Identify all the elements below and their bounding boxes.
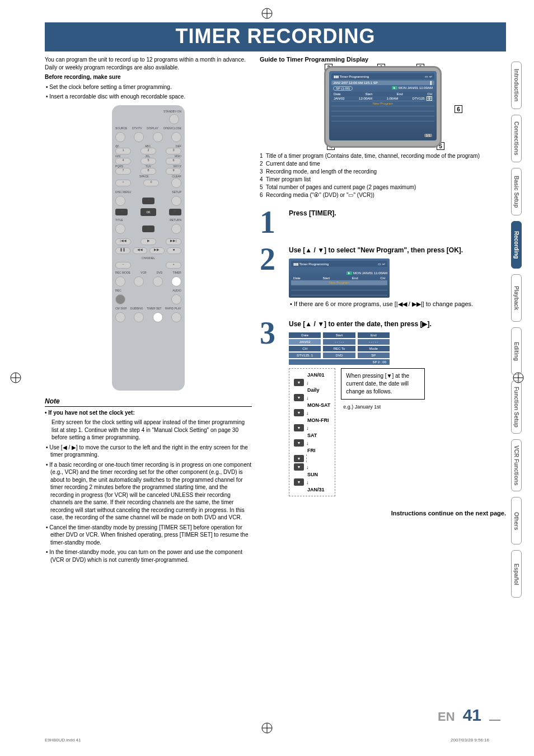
tab-introduction[interactable]: Introduction bbox=[511, 62, 522, 109]
tab-playback[interactable]: Playback bbox=[511, 274, 522, 322]
remote-illustration: STANDBY-ON SOURCE DTV/TV DISPLAY OPEN/CL… bbox=[112, 105, 185, 391]
down-icon: ▼ bbox=[294, 455, 304, 462]
crop-mark-top bbox=[261, 8, 273, 19]
footer-line bbox=[489, 720, 500, 721]
date-daily: Daily bbox=[307, 387, 330, 393]
intro-text: You can program the unit to record up to… bbox=[45, 56, 252, 71]
pause-icon: ❚❚ bbox=[115, 247, 130, 254]
tv-newprog: New Program bbox=[331, 101, 434, 106]
guide-heading: Guide to Timer Programming Display bbox=[260, 56, 506, 63]
rl-timer: TIMER bbox=[172, 271, 181, 274]
rb-openclose bbox=[171, 132, 181, 142]
tv-r-date: JAN/02 bbox=[334, 97, 345, 100]
tab-connections[interactable]: Connections bbox=[511, 115, 522, 162]
down-icon: ▼ bbox=[294, 409, 304, 416]
date-monsat: MON-SAT bbox=[307, 402, 330, 408]
press-eg: e.g.) January 1st bbox=[341, 404, 425, 410]
date-monfri: MON-FRI bbox=[307, 417, 330, 423]
footer-lang: EN bbox=[438, 710, 455, 724]
key-3: 3 bbox=[166, 148, 181, 154]
tab-editing[interactable]: Editing bbox=[511, 327, 522, 375]
legend-2: 2 Current date and time bbox=[260, 160, 506, 168]
down-icon: ▼ bbox=[294, 424, 304, 431]
rl-title: TITLE bbox=[115, 218, 123, 222]
stop-icon: ■ bbox=[167, 247, 182, 254]
ff-icon: ▶▶ bbox=[149, 247, 165, 254]
rew-icon: ◀◀ bbox=[133, 247, 148, 254]
rl-audio: AUDIO bbox=[172, 289, 181, 292]
legend-1: 1 Title of a timer program (Contains dat… bbox=[260, 152, 506, 160]
legend-3: 3 Recording mode, and length of the reco… bbox=[260, 168, 506, 176]
rb-display bbox=[153, 132, 163, 142]
page-footer: EN 41 bbox=[438, 706, 500, 725]
step-2-display: ▮▮▮ Timer Programming▭ ↩ ⏵ MON JAN/01 11… bbox=[289, 259, 390, 298]
rl-disc: DISC MENU bbox=[115, 190, 131, 194]
file-footer-right: 2007/03/28 9:56:16 bbox=[451, 738, 489, 743]
arrow-down-icon: ▼ bbox=[142, 226, 154, 232]
key-9: 9 bbox=[166, 168, 181, 175]
note-bold-line: • If you have not set the clock yet: bbox=[45, 409, 252, 417]
press-explanation-box: When pressing [▼] at the current date, t… bbox=[341, 368, 425, 400]
step-3-table: Date Start End JAN/02 - - : - - - - : - … bbox=[289, 332, 390, 365]
tab-espanol[interactable]: Español bbox=[511, 550, 522, 598]
play-icon: ▶ bbox=[140, 238, 156, 245]
rb-disc bbox=[115, 196, 125, 206]
rb-audio bbox=[171, 294, 181, 304]
rl-recmode: REC MODE bbox=[115, 271, 130, 274]
key-8: 8 bbox=[140, 168, 156, 175]
rb-rec bbox=[115, 294, 125, 304]
tab-basic-setup[interactable]: Basic Setup bbox=[511, 168, 522, 215]
key-6: 6 bbox=[166, 158, 181, 165]
remote-standby-label: STANDBY-ON bbox=[163, 110, 181, 113]
note-item-2: If a basic recording or one-touch timer … bbox=[45, 461, 252, 522]
tv-clock: MON JAN/01 11:00AM bbox=[399, 86, 433, 90]
key-clear bbox=[171, 178, 181, 188]
rl-source: SOURCE bbox=[115, 126, 127, 130]
ok-button-icon: OK bbox=[140, 208, 156, 216]
tv-r-start: 12:00AM bbox=[359, 97, 372, 100]
key-dot: • bbox=[115, 180, 131, 186]
arrow-right-icon: ▶ bbox=[169, 209, 181, 215]
rb-title bbox=[115, 224, 125, 234]
file-footer-left: E9H80UD.indd 41 bbox=[45, 738, 81, 743]
rb-setup bbox=[171, 196, 181, 206]
rl-openclose: OPEN/CLOSE bbox=[163, 126, 181, 130]
tv-subhead: JAN/ 2/07 12:00 AM 125.1 SP bbox=[333, 81, 378, 84]
standby-button-icon bbox=[169, 114, 179, 124]
date-sun: SUN bbox=[307, 472, 330, 477]
arrow-left-icon: ◀ bbox=[115, 209, 128, 215]
date-sat: SAT bbox=[307, 433, 330, 438]
date-progression: JAN/01 ▼↓ Daily ▼↓ MON-SAT ▼↓ MON-FRI ▼↓… bbox=[289, 368, 335, 496]
legend-6: 6 Recording media ("⦿" (DVD) or "▭" (VCR… bbox=[260, 191, 506, 199]
tab-vcr-functions[interactable]: VCR Functions bbox=[511, 439, 522, 492]
rl-vcr: VCR bbox=[140, 271, 147, 274]
tv-pager: 1/1 bbox=[424, 134, 432, 137]
skip-next-icon: ▶▶| bbox=[166, 238, 181, 245]
legend-list: 1 Title of a timer program (Contains dat… bbox=[260, 152, 506, 199]
key-4: 4 bbox=[115, 158, 131, 165]
rl-channel: CHANNEL bbox=[115, 256, 181, 260]
key-0: 0 bbox=[143, 180, 159, 186]
rb-dtvtv bbox=[134, 132, 144, 142]
note-item-1: Use [◀ / ▶] to move the cursor to the le… bbox=[45, 444, 252, 459]
tab-others[interactable]: Others bbox=[511, 497, 522, 544]
ch-plus: + bbox=[166, 262, 181, 269]
arrow-up-icon: ▲ bbox=[142, 198, 154, 204]
step-3-number: 3 bbox=[260, 320, 284, 496]
date-fri: FRI bbox=[307, 448, 330, 453]
rl-return: RETURN bbox=[170, 218, 181, 222]
rb-timerset bbox=[153, 312, 163, 322]
note-item-3: Cancel the timer-standby mode by pressin… bbox=[45, 524, 252, 547]
tab-function-setup[interactable]: Function Setup bbox=[511, 381, 522, 434]
tv-col-date: Date bbox=[334, 92, 341, 96]
rl-cmskip: CM SKIP bbox=[115, 307, 127, 310]
tv-display: ▮▮▮ Timer Programming ▭ ↩ JAN/ 2/07 12:0… bbox=[324, 66, 442, 148]
down-icon: ▼ bbox=[294, 379, 304, 386]
key-2: 2 bbox=[140, 148, 156, 154]
skip-prev-icon: |◀◀ bbox=[115, 238, 131, 245]
tab-recording[interactable]: Recording bbox=[511, 221, 522, 269]
rb-return bbox=[171, 224, 181, 234]
step-2-head: Use [▲ / ▼] to select "New Program", the… bbox=[289, 246, 506, 254]
ch-minus: – bbox=[115, 262, 131, 269]
key-7: 7 bbox=[115, 168, 131, 175]
